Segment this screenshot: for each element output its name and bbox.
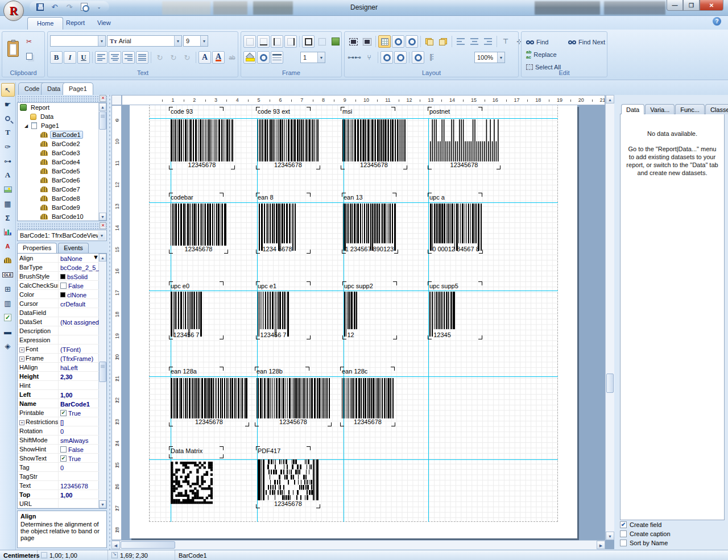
underline-button[interactable]: U xyxy=(77,51,90,64)
frame-none-button[interactable] xyxy=(243,35,256,48)
background-button[interactable] xyxy=(243,51,256,64)
vertical-scroll-thumb[interactable] xyxy=(606,374,614,393)
frame-bottom-button[interactable] xyxy=(257,35,270,48)
hand-tool-button[interactable]: ☛ xyxy=(1,97,15,111)
property-row-cursor[interactable]: CursorcrDefault xyxy=(18,299,99,308)
property-value[interactable] xyxy=(59,326,99,335)
property-value[interactable]: (TFont) xyxy=(59,345,99,353)
help-button[interactable]: ? xyxy=(713,17,721,26)
minimize-button[interactable]: — xyxy=(667,0,683,11)
selection-handle[interactable] xyxy=(220,446,224,450)
property-value[interactable]: ✔True xyxy=(59,408,99,417)
property-row-expression[interactable]: Expression xyxy=(18,335,99,345)
property-value[interactable]: baNone xyxy=(59,254,93,262)
property-row-restrictions[interactable]: +Restrictions[] xyxy=(18,417,99,426)
selection-handle[interactable] xyxy=(478,107,482,111)
ole-tool-button[interactable]: OLE xyxy=(1,268,15,281)
selection-handle[interactable] xyxy=(428,250,432,254)
tree-item-barcode8[interactable]: BarCode8 xyxy=(18,194,106,203)
selection-handle[interactable] xyxy=(478,281,482,285)
report-tree-grip[interactable]: ✕ xyxy=(17,96,107,102)
italic-button[interactable]: I xyxy=(64,51,76,64)
tab-variables[interactable]: Varia... xyxy=(645,104,675,114)
selection-handle[interactable] xyxy=(256,107,260,111)
property-row-frame[interactable]: +Frame(TfrxFrame) xyxy=(18,354,99,363)
font-color-button[interactable]: A xyxy=(198,51,211,64)
property-value[interactable]: False xyxy=(59,445,99,453)
same-size-button[interactable] xyxy=(412,51,424,64)
selection-handle[interactable] xyxy=(316,504,320,508)
checkbox-tool-button[interactable]: ✓ xyxy=(1,310,15,324)
tab-classes[interactable]: Classes xyxy=(705,104,728,114)
selection-handle[interactable] xyxy=(342,250,346,254)
copy-button[interactable] xyxy=(23,50,35,63)
rotate-180-button[interactable]: ↻ xyxy=(181,51,193,64)
selection-handle[interactable] xyxy=(256,193,260,197)
property-row-text[interactable]: Text12345678 xyxy=(18,481,99,490)
expand-icon[interactable]: + xyxy=(19,420,24,425)
selection-handle[interactable] xyxy=(497,165,500,169)
property-row-datafield[interactable]: DataField xyxy=(18,308,99,317)
align-centers-button[interactable] xyxy=(468,35,481,48)
expander-icon[interactable]: ◢ xyxy=(24,123,29,128)
property-value[interactable]: 12345678 xyxy=(59,481,99,490)
selection-handle[interactable] xyxy=(245,422,249,426)
selection-handle[interactable] xyxy=(341,107,345,111)
barcode-tool-button[interactable] xyxy=(1,254,15,267)
show-grid-button[interactable] xyxy=(378,35,391,48)
dropdown-arrow-icon[interactable]: ▼ xyxy=(98,36,105,46)
justify-button[interactable] xyxy=(136,51,148,64)
bold-button[interactable]: B xyxy=(50,51,63,64)
selection-handle[interactable] xyxy=(428,165,432,169)
selection-handle[interactable] xyxy=(169,454,173,458)
selection-handle[interactable] xyxy=(428,335,432,339)
selection-handle[interactable] xyxy=(316,165,320,169)
scroll-right-icon[interactable]: ▶ xyxy=(597,541,605,549)
selection-handle[interactable] xyxy=(256,281,260,285)
chart-tool-button[interactable] xyxy=(1,225,15,239)
find-next-button[interactable]: Find Next xyxy=(568,36,605,48)
tree-item-barcode10[interactable]: BarCode10 xyxy=(18,212,106,221)
replace-button[interactable]: abacReplace xyxy=(526,49,557,60)
selection-handle[interactable] xyxy=(256,165,260,169)
text-tool-button[interactable]: T xyxy=(1,126,15,139)
selection-handle[interactable] xyxy=(169,281,173,285)
highlight-color-button[interactable]: A xyxy=(212,51,225,64)
selection-handle[interactable] xyxy=(428,281,432,285)
frame-color-button[interactable] xyxy=(257,51,270,64)
expand-icon[interactable]: + xyxy=(19,347,24,352)
selection-handle[interactable] xyxy=(169,250,173,254)
condition-button[interactable]: ab xyxy=(226,51,238,64)
expand-icon[interactable]: + xyxy=(19,356,24,362)
property-row-showhint[interactable]: ShowHintFalse xyxy=(18,445,99,454)
center-horizontally-button[interactable] xyxy=(380,51,393,64)
property-row-shiftmode[interactable]: ShiftModesmAlways xyxy=(18,435,99,445)
checkbox-icon[interactable]: ✔ xyxy=(620,521,627,528)
format-painter-tool-button[interactable]: ✑ xyxy=(1,140,15,154)
frame-outside-button[interactable] xyxy=(316,35,328,48)
option-sort-by-name[interactable]: Sort by Name xyxy=(620,538,725,547)
tree-item-barcode4[interactable]: BarCode4 xyxy=(18,157,106,167)
tab-functions[interactable]: Func... xyxy=(675,104,705,114)
selection-handle[interactable] xyxy=(342,193,346,197)
tab-events[interactable]: Events xyxy=(58,243,89,253)
selection-handle[interactable] xyxy=(342,335,346,339)
select-tool-button[interactable]: ↖ xyxy=(1,83,15,97)
richtext-tool-button[interactable]: A xyxy=(1,239,15,253)
property-value[interactable]: bsSolid xyxy=(59,272,99,280)
property-value[interactable]: crDefault xyxy=(59,299,99,308)
value-checkbox-icon[interactable]: ✔ xyxy=(60,455,67,462)
option-create-field[interactable]: ✔Create field xyxy=(620,520,725,529)
scroll-up-icon[interactable]: ▲ xyxy=(606,95,614,103)
selection-handle[interactable] xyxy=(169,165,173,169)
ungroup-objects-button[interactable] xyxy=(361,35,373,48)
scroll-up-icon[interactable]: ▲ xyxy=(99,254,106,262)
property-value[interactable] xyxy=(59,472,99,480)
selection-handle[interactable] xyxy=(169,367,173,371)
tab-view[interactable]: View xyxy=(88,17,120,30)
selection-handle[interactable] xyxy=(169,107,173,111)
selection-handle[interactable] xyxy=(256,250,260,254)
property-value[interactable]: smAlways xyxy=(59,435,99,444)
selection-handle[interactable] xyxy=(478,193,482,197)
selection-handle[interactable] xyxy=(342,281,346,285)
